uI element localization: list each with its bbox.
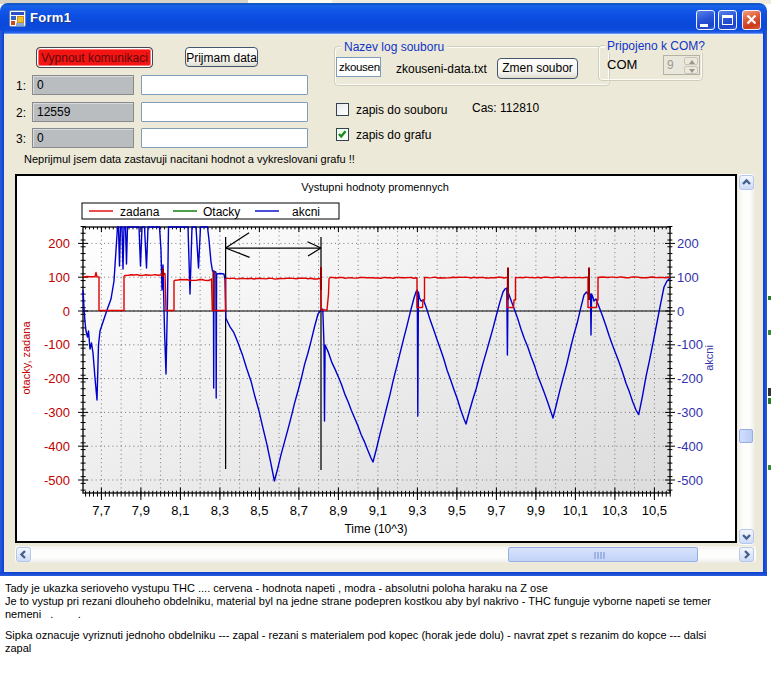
- svg-text:8,9: 8,9: [329, 503, 347, 518]
- svg-text:9,7: 9,7: [487, 503, 505, 518]
- svg-text:200: 200: [48, 236, 70, 251]
- svg-text:200: 200: [677, 236, 699, 251]
- svg-text:7,7: 7,7: [92, 503, 110, 518]
- svg-text:100: 100: [48, 270, 70, 285]
- svg-text:10,5: 10,5: [642, 503, 667, 518]
- svg-text:9,5: 9,5: [448, 503, 466, 518]
- svg-text:9,3: 9,3: [408, 503, 426, 518]
- svg-text:Time (10^3): Time (10^3): [344, 522, 407, 536]
- svg-text:-400: -400: [677, 439, 703, 454]
- svg-text:-100: -100: [44, 337, 70, 352]
- svg-text:-400: -400: [44, 439, 70, 454]
- svg-text:-300: -300: [44, 405, 70, 420]
- svg-text:-100: -100: [677, 337, 703, 352]
- svg-text:-200: -200: [677, 371, 703, 386]
- svg-text:9,1: 9,1: [369, 503, 387, 518]
- svg-text:9,9: 9,9: [527, 503, 545, 518]
- svg-text:Vystupni hodnoty promennych: Vystupni hodnoty promennych: [301, 181, 449, 193]
- svg-text:0: 0: [63, 304, 70, 319]
- svg-text:-500: -500: [677, 473, 703, 488]
- svg-text:akcni: akcni: [292, 205, 320, 219]
- svg-text:8,1: 8,1: [171, 503, 189, 518]
- svg-text:7,9: 7,9: [132, 503, 150, 518]
- svg-text:10,3: 10,3: [602, 503, 627, 518]
- svg-text:10,1: 10,1: [563, 503, 588, 518]
- svg-text:0: 0: [677, 304, 684, 319]
- svg-text:8,3: 8,3: [211, 503, 229, 518]
- svg-text:8,5: 8,5: [250, 503, 268, 518]
- svg-text:8,7: 8,7: [290, 503, 308, 518]
- svg-text:-300: -300: [677, 405, 703, 420]
- svg-text:zadana: zadana: [120, 205, 160, 219]
- svg-text:otacky, zadana: otacky, zadana: [20, 321, 32, 395]
- svg-text:-200: -200: [44, 371, 70, 386]
- svg-text:100: 100: [677, 270, 699, 285]
- svg-text:akcni: akcni: [703, 345, 715, 371]
- svg-text:Otacky: Otacky: [203, 205, 240, 219]
- svg-text:-500: -500: [44, 473, 70, 488]
